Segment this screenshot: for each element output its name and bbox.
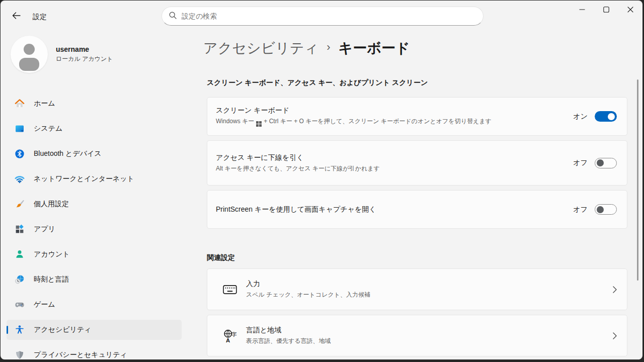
setting-card-screen-keyboard: スクリーン キーボード Windows キー+ Ctrl キー + O キーを押… (207, 97, 627, 136)
related-card-language-region[interactable]: 字A 言語と地域 表示言語、優先する言語、地域 (207, 315, 627, 356)
app-title: 設定 (33, 13, 47, 22)
gaming-icon (15, 300, 25, 310)
setting-title: PrintScreen キーを使用して画面キャプチャを開く (216, 205, 573, 214)
titlebar: 設定 (1, 1, 642, 27)
window-controls (570, 1, 642, 19)
toggle-state-label: オフ (573, 158, 588, 167)
sidebar-item-label: システム (34, 124, 62, 133)
settings-window: 設定 username ローカル アカウント (1, 1, 642, 359)
sidebar-item-label: ネットワークとインターネット (34, 174, 134, 184)
breadcrumb-parent[interactable]: アクセシビリティ (203, 39, 318, 58)
sidebar-item-label: アクセシビリティ (34, 325, 92, 334)
sidebar-item-label: Bluetooth とデバイス (34, 149, 102, 158)
close-button[interactable] (618, 1, 642, 19)
sidebar-item-label: ホーム (34, 99, 55, 108)
sidebar-item-label: アプリ (34, 225, 55, 234)
related-card-title: 言語と地域 (246, 326, 607, 335)
setting-description: Windows キー+ Ctrl キー + O キーを押して、スクリーン キーボ… (216, 117, 573, 127)
sidebar-item-personalization[interactable]: 個人用設定 (7, 194, 182, 214)
related-card-typing[interactable]: 入力 スペル チェック、オートコレクト、入力候補 (207, 268, 627, 310)
bluetooth-icon (15, 149, 25, 159)
related-card-description: 表示言語、優先する言語、地域 (246, 337, 607, 345)
keyboard-icon (223, 284, 238, 296)
home-icon (15, 99, 25, 109)
related-card-description: スペル チェック、オートコレクト、入力候補 (246, 291, 607, 299)
sidebar: username ローカル アカウント ホーム システム (1, 27, 187, 359)
sidebar-item-system[interactable]: システム (7, 119, 182, 139)
vertical-scrollbar[interactable] (637, 79, 638, 281)
sidebar-item-label: 個人用設定 (34, 200, 69, 209)
setting-card-printscreen: PrintScreen キーを使用して画面キャプチャを開く オフ (207, 190, 627, 229)
sidebar-item-label: アカウント (34, 250, 70, 259)
sidebar-item-time-language[interactable]: 時刻と言語 (7, 269, 182, 290)
access-key-underline-toggle[interactable] (595, 158, 617, 168)
search-input[interactable] (182, 12, 476, 20)
system-icon (15, 124, 25, 134)
related-settings-title: 関連設定 (207, 253, 235, 262)
page-title: キーボード (339, 39, 410, 58)
sidebar-item-label: プライバシーとセキュリティ (34, 350, 127, 359)
minimize-icon (579, 7, 585, 13)
accounts-icon (15, 249, 25, 259)
privacy-icon (15, 350, 25, 359)
sidebar-item-home[interactable]: ホーム (7, 94, 182, 114)
sidebar-item-accounts[interactable]: アカウント (7, 244, 182, 264)
personalization-icon (15, 199, 25, 209)
sidebar-item-bluetooth-devices[interactable]: Bluetooth とデバイス (7, 144, 182, 164)
setting-title: アクセス キーに下線を引く (216, 153, 573, 162)
setting-description: Alt キーを押さなくても、アクセス キーに下線が引かれます (216, 164, 573, 173)
toggle-state-label: オフ (573, 205, 588, 214)
chevron-right-icon (613, 332, 617, 339)
maximize-button[interactable] (594, 1, 618, 19)
windows-key-icon (256, 121, 262, 127)
related-card-title: 入力 (246, 280, 607, 289)
back-button[interactable] (9, 9, 24, 24)
sidebar-item-apps[interactable]: アプリ (7, 219, 182, 239)
sidebar-item-label: ゲーム (34, 300, 55, 309)
language-icon: 字A (223, 329, 238, 343)
related-settings-group: 入力 スペル チェック、オートコレクト、入力候補 字A 言語と地域 表示言語、優… (207, 268, 627, 359)
user-account-card[interactable]: username ローカル アカウント (7, 32, 182, 77)
minimize-button[interactable] (570, 1, 594, 19)
maximize-icon (603, 7, 609, 13)
sidebar-item-gaming[interactable]: ゲーム (7, 295, 182, 315)
close-icon (627, 7, 633, 13)
setting-card-access-key-underline: アクセス キーに下線を引く Alt キーを押さなくても、アクセス キーに下線が引… (207, 140, 627, 186)
sidebar-nav: ホーム システム Bluetooth とデバイス ネットワークとインターネット (7, 94, 182, 359)
sidebar-item-privacy-security[interactable]: プライバシーとセキュリティ (7, 345, 182, 359)
section-title: スクリーン キーボード、アクセス キー、およびプリント スクリーン (207, 78, 428, 87)
sidebar-item-network-internet[interactable]: ネットワークとインターネット (7, 169, 182, 189)
search-box (162, 7, 484, 26)
user-name: username (56, 45, 113, 53)
svg-text:字: 字 (231, 331, 237, 337)
toggle-state-label: オン (573, 112, 588, 121)
accessibility-icon (15, 325, 25, 335)
chevron-right-icon (613, 286, 617, 293)
apps-icon (15, 224, 25, 234)
network-icon (15, 174, 25, 184)
search-icon (169, 12, 177, 21)
setting-title: スクリーン キーボード (216, 106, 573, 115)
breadcrumb: アクセシビリティ › キーボード (203, 39, 410, 58)
printscreen-capture-toggle[interactable] (595, 204, 617, 215)
sidebar-item-accessibility[interactable]: アクセシビリティ (7, 320, 182, 340)
avatar (11, 36, 48, 73)
toggle-card-group: スクリーン キーボード Windows キー+ Ctrl キー + O キーを押… (207, 97, 627, 233)
back-arrow-icon (12, 12, 21, 21)
svg-text:A: A (226, 337, 230, 342)
sidebar-item-label: 時刻と言語 (34, 275, 69, 284)
screen-keyboard-toggle[interactable] (595, 111, 617, 122)
breadcrumb-separator-icon: › (327, 41, 330, 56)
user-account-type: ローカル アカウント (56, 55, 113, 63)
time-language-icon (15, 275, 25, 285)
